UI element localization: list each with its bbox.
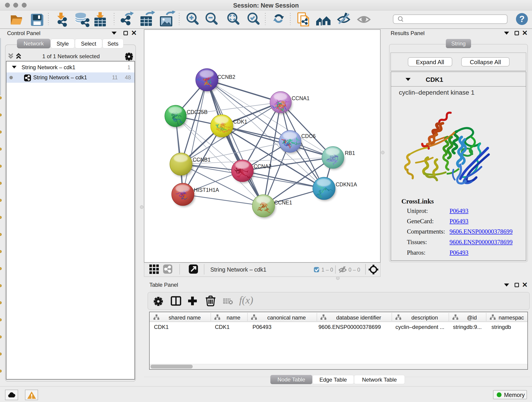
svg-text:HIST1H1A: HIST1H1A <box>194 187 219 193</box>
svg-text:CDK1: CDK1 <box>233 119 247 125</box>
svg-text:CCNA1: CCNA1 <box>292 95 310 101</box>
svg-text:CCNE1: CCNE1 <box>274 200 292 206</box>
svg-text:CCNB2: CCNB2 <box>217 74 235 80</box>
svg-text:RB1: RB1 <box>345 150 355 156</box>
svg-text:?: ? <box>519 14 525 24</box>
svg-text:CCNB1: CCNB1 <box>193 157 210 163</box>
svg-text:CDC25B: CDC25B <box>187 109 208 115</box>
svg-text:CDKN1A: CDKN1A <box>336 182 357 187</box>
svg-text:CDC6: CDC6 <box>301 133 316 139</box>
svg-text:CCNA2: CCNA2 <box>254 163 272 169</box>
